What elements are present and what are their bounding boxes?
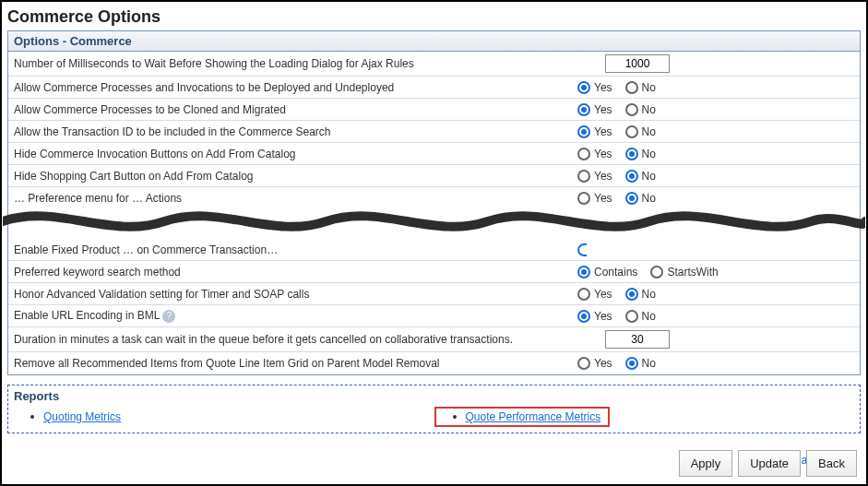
quoting-metrics-link[interactable]: Quoting Metrics [43,410,121,423]
option-control: YesNo [577,310,854,323]
opt1-label: Contains [594,266,637,279]
yes-radio[interactable] [577,103,590,116]
options-panel: Options - Commerce Number of Millisecond… [7,30,861,375]
option-control: YesNo [577,81,854,94]
yes-label: Yes [594,310,612,323]
yes-label: Yes [594,125,612,138]
option-label: Number of Milliseconds to Wait Before Sh… [14,57,577,70]
yes-radio[interactable] [577,148,590,160]
option-label: Remove all Recommended Items from Quote … [14,357,577,370]
option-label: Hide Shopping Cart Button on Add From Ca… [14,170,577,183]
option-row: Hide Commerce Invocation Buttons on Add … [8,143,860,165]
yes-radio[interactable] [577,170,590,183]
no-radio[interactable] [625,288,638,301]
option-label: Enable URL Encoding in BML? [14,309,577,323]
no-label: No [642,148,656,160]
option-row: Number of Milliseconds to Wait Before Sh… [8,52,860,77]
yes-label: Yes [594,357,612,370]
yes-radio[interactable] [577,357,590,370]
page-title: Commerce Options [7,6,861,29]
no-radio[interactable] [625,357,638,370]
yes-radio[interactable] [577,310,590,323]
opt2-label: StartsWith [667,266,718,279]
option-label: Duration in minutes a task can wait in t… [14,333,577,346]
option-label: Hide Commerce Invocation Buttons on Add … [14,148,577,160]
bullet-icon [453,415,457,419]
quote-performance-metrics-link[interactable]: Quote Performance Metrics [466,410,601,423]
no-label: No [642,170,656,183]
no-radio[interactable] [625,103,638,116]
yes-label: Yes [594,170,612,183]
no-label: No [642,125,656,138]
no-label: No [642,288,656,301]
number-input[interactable] [605,330,670,349]
no-radio[interactable] [625,148,638,160]
option-row: Allow Commerce Processes to be Cloned an… [8,99,860,121]
option-control: YesNo [577,148,854,160]
quote-performance-highlight: Quote Performance Metrics [434,407,611,427]
option-row: Duration in minutes a task can wait in t… [8,327,860,352]
yes-label: Yes [594,148,612,160]
yes-label: Yes [594,81,612,94]
option-row: Allow the Transaction ID to be included … [8,121,860,143]
option-row: Honor Advanced Validation setting for Ti… [8,283,860,305]
yes-radio[interactable] [577,125,590,138]
yes-label: Yes [594,103,612,116]
no-radio[interactable] [625,310,638,323]
option-control [577,54,854,73]
no-label: No [642,81,656,94]
option-label: Allow Commerce Processes to be Cloned an… [14,103,577,116]
option-label: Allow Commerce Processes and Invocations… [14,81,577,94]
option-row: Remove all Recommended Items from Quote … [8,352,860,374]
option-control: YesNo [577,357,854,370]
option-control: YesNo [577,170,854,183]
no-label: No [642,103,656,116]
no-radio[interactable] [625,125,638,138]
option-control: YesNo [577,125,854,138]
option-row: Enable URL Encoding in BML?YesNo [8,305,860,327]
update-button[interactable]: Update [738,450,801,477]
yes-radio[interactable] [577,81,590,94]
option-control [577,330,854,349]
options-panel-header: Options - Commerce [8,31,860,52]
no-radio[interactable] [625,170,638,183]
option-row: Preferred keyword search methodContainsS… [8,261,860,283]
no-radio[interactable] [625,81,638,94]
opt1-radio[interactable] [577,266,590,279]
option-control: ContainsStartsWith [577,266,854,279]
apply-button[interactable]: Apply [679,450,733,477]
number-input[interactable] [605,54,670,73]
yes-label: Yes [594,288,612,301]
back-button[interactable]: Back [806,450,857,477]
no-label: No [642,357,656,370]
option-control: YesNo [577,103,854,116]
button-bar: Apply Update Back [679,450,857,477]
option-label: Honor Advanced Validation setting for Ti… [14,288,577,301]
content-break-wave [8,208,860,240]
help-icon[interactable]: ? [162,310,175,323]
yes-radio[interactable] [577,288,590,301]
option-control: YesNo [577,288,854,301]
reports-panel: Reports Quoting Metrics Quote Performanc… [7,385,861,433]
option-row: Hide Shopping Cart Button on Add From Ca… [8,165,860,187]
no-label: No [642,310,656,323]
option-label: Preferred keyword search method [14,266,577,279]
opt2-radio[interactable] [650,266,663,279]
option-label: Allow the Transaction ID to be included … [14,125,577,138]
bullet-icon [30,415,34,419]
reports-header: Reports [14,387,854,407]
option-row: Allow Commerce Processes and Invocations… [8,77,860,99]
